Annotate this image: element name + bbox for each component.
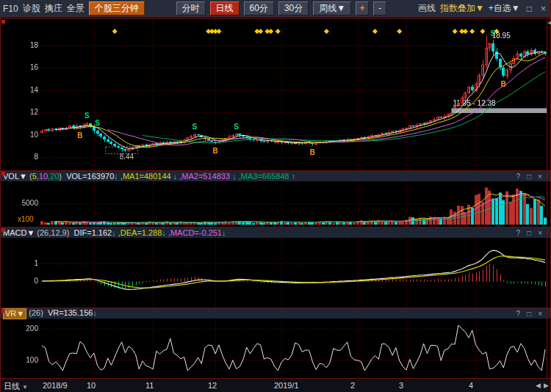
tab-30min[interactable]: 30分 <box>278 1 309 15</box>
zoom-in-button[interactable]: + <box>356 1 369 15</box>
toolbar: F10 诊股 擒庄 全景 个股三分钟 分时 日线 60分 30分 周线▼ + -… <box>0 0 551 18</box>
vr-panel-handle[interactable] <box>1 309 5 313</box>
f10-button[interactable]: F10 <box>3 4 18 14</box>
header-value: VR=135.156 <box>48 308 93 319</box>
price-axis-label: 16 <box>0 62 38 73</box>
chevron-down-icon: ▼ <box>22 384 28 391</box>
restore-window-icon[interactable]: □ <box>525 4 534 14</box>
vr-axis-label: 100 <box>0 355 38 366</box>
date-label: 3 <box>399 381 403 390</box>
header-value: ,MACD=-0.251 <box>166 228 222 238</box>
macd-indicator-dropdown[interactable]: MACD▼ <box>3 228 35 238</box>
close-icon[interactable]: × <box>538 309 542 319</box>
header-value: ↓ <box>93 308 97 319</box>
header-value: ,MA2=514833 <box>177 172 232 181</box>
header-value: ,DEA=1.288 <box>116 228 162 238</box>
header-value: (26,12,9) <box>35 228 73 238</box>
date-label: 2019/1 <box>274 381 299 390</box>
vr-panel-controls: ? □ × <box>516 309 548 319</box>
vol-header-values: VOL▼ (5,10,20) VOL=163970↓ ,MA1=480144 ↓… <box>3 172 295 181</box>
scroll-left-icon[interactable]: ◀ <box>536 382 541 389</box>
date-label: 4 <box>469 381 473 390</box>
header-value: ↑ <box>292 172 296 181</box>
header-value: ,MA3=665848 <box>237 172 292 181</box>
add-watchlist-dropdown[interactable]: +自选▼ <box>489 2 520 15</box>
help-icon[interactable]: ? <box>516 228 521 238</box>
price-axis-label: 8 <box>0 152 38 162</box>
header-value: VOL=163970 <box>66 172 114 181</box>
vr-axis-label: 200 <box>0 324 38 334</box>
macd-chart[interactable] <box>0 238 551 308</box>
close-window-icon[interactable]: × <box>539 4 548 14</box>
volume-axis-label: 5000 <box>0 198 38 208</box>
tab-weekly-dropdown[interactable]: 周线▼ <box>313 1 351 15</box>
catch-banker-button[interactable]: 擒庄 <box>45 2 62 15</box>
header-value: ) <box>59 172 66 181</box>
vr-panel-header: VR▼ (26) VR=135.156↓ ? □ × <box>0 308 551 319</box>
vr-chart[interactable] <box>0 319 551 378</box>
price-axis-label: 12 <box>0 107 38 117</box>
index-overlay-dropdown[interactable]: 指数叠加▼ <box>440 2 484 15</box>
zoom-out-button[interactable]: - <box>373 1 386 15</box>
date-label: 10 <box>87 381 96 390</box>
tab-intraday[interactable]: 分时 <box>176 1 206 15</box>
close-icon[interactable]: × <box>538 228 542 238</box>
diagnose-stock-button[interactable]: 诊股 <box>23 2 40 15</box>
maximize-icon[interactable]: □ <box>527 228 531 238</box>
macd-axis-label: 1 <box>0 258 38 269</box>
vr-header-values: VR▼ (26) VR=135.156↓ <box>3 308 97 319</box>
scroll-right-icon[interactable]: ▶ <box>544 382 549 389</box>
price-axis-label: 10 <box>0 130 38 140</box>
volume-unit-label: x100 <box>18 214 34 225</box>
help-icon[interactable]: ? <box>516 309 521 319</box>
macd-header-values: MACD▼ (26,12,9) DIF=1.162↓ ,DEA=1.288↓ ,… <box>3 228 226 238</box>
date-label: 12 <box>208 381 217 390</box>
macd-panel-header: MACD▼ (26,12,9) DIF=1.162↓ ,DEA=1.288↓ ,… <box>0 227 551 238</box>
vr-indicator-dropdown[interactable]: VR▼ <box>3 308 26 319</box>
vol-panel-handle[interactable] <box>1 172 5 175</box>
date-label: 11 <box>145 381 154 390</box>
header-value: ,MA1=480144 <box>118 172 173 181</box>
vol-indicator-dropdown[interactable]: VOL▼ <box>3 172 27 181</box>
vol-panel-header: VOL▼ (5,10,20) VOL=163970↓ ,MA1=480144 ↓… <box>0 170 551 181</box>
macd-panel-controls: ? □ × <box>516 228 548 238</box>
tab-daily[interactable]: 日线 <box>210 1 240 15</box>
help-icon[interactable]: ? <box>516 172 521 181</box>
date-label: 2 <box>350 381 355 390</box>
stock-3min-button[interactable]: 个股三分钟 <box>89 1 145 15</box>
stock-chart-window: F10 诊股 擒庄 全景 个股三分钟 分时 日线 60分 30分 周线▼ + -… <box>0 0 551 392</box>
header-value: ( <box>27 172 32 181</box>
maximize-icon[interactable]: □ <box>527 309 531 319</box>
macd-panel-handle[interactable] <box>1 228 5 232</box>
panorama-button[interactable]: 全景 <box>67 2 84 15</box>
vol-panel-controls: ? □ × <box>516 172 548 181</box>
tab-60min[interactable]: 60分 <box>244 1 274 15</box>
price-axis-label: 14 <box>0 85 38 95</box>
header-value: ,20 <box>48 172 59 181</box>
macd-axis-label: 0 <box>0 276 38 286</box>
header-value: ↓ <box>222 228 226 238</box>
right-panel-divider <box>547 18 547 378</box>
price-axis-label: 18 <box>0 40 38 51</box>
collapse-right-panel-icon[interactable]: ◀ <box>547 20 551 26</box>
date-axis-bar: 日线 ▼ ◀ ▶ 2018/91011122019/1234 <box>0 378 551 392</box>
draw-line-button[interactable]: 画线 <box>418 2 436 15</box>
volume-chart[interactable] <box>0 181 551 227</box>
main-candlestick-chart[interactable] <box>0 18 551 170</box>
header-value: (26) <box>26 308 48 319</box>
main-panel-handle[interactable] <box>1 20 5 23</box>
period-dropdown[interactable]: 日线 ▼ <box>4 381 28 392</box>
header-value: DIF=1.162 <box>73 228 112 238</box>
date-label: 2018/9 <box>43 381 68 390</box>
header-value: ,10 <box>37 172 48 181</box>
maximize-icon[interactable]: □ <box>527 172 531 181</box>
close-icon[interactable]: × <box>538 172 542 181</box>
